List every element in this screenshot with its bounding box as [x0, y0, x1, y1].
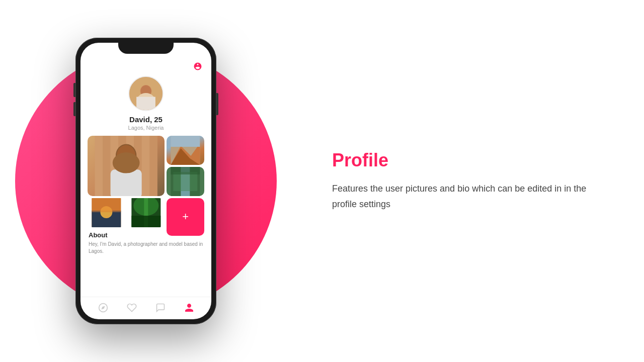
svg-rect-6 — [95, 136, 103, 196]
svg-rect-24 — [174, 172, 198, 191]
nav-chat[interactable] — [155, 302, 166, 313]
svg-rect-12 — [142, 136, 150, 196]
about-title: About — [89, 231, 203, 239]
avatar-image — [129, 76, 163, 111]
user-location: Lagos, Nigeria — [80, 125, 211, 131]
svg-rect-21 — [171, 136, 200, 147]
settings-icon[interactable] — [192, 61, 203, 72]
photo-1-img — [88, 136, 165, 196]
avatar — [128, 76, 164, 111]
profile-avatar-container — [80, 76, 211, 111]
left-section: David, 25 Lagos, Nigeria — [0, 0, 292, 362]
about-text: Hey, I'm David, a photographer and model… — [89, 241, 203, 255]
photo-3-img — [167, 167, 204, 196]
phone-volume-btn-1 — [73, 83, 75, 97]
nav-compass[interactable] — [98, 302, 109, 313]
svg-marker-35 — [101, 306, 105, 309]
phone-screen: David, 25 Lagos, Nigeria — [80, 43, 211, 319]
bottom-navigation — [80, 297, 211, 319]
photo-3 — [167, 167, 204, 196]
svg-point-17 — [113, 152, 140, 173]
photo-4-img — [88, 198, 125, 227]
phone-power-btn — [216, 93, 218, 115]
feature-title: Profile — [332, 150, 604, 171]
svg-rect-13 — [149, 136, 157, 196]
svg-rect-16 — [111, 169, 142, 196]
photo-4 — [88, 198, 125, 227]
photo-1 — [88, 136, 165, 196]
svg-rect-4 — [136, 97, 155, 111]
app-screen: David, 25 Lagos, Nigeria — [80, 43, 211, 319]
svg-rect-7 — [103, 136, 111, 196]
plus-icon: + — [182, 211, 189, 222]
right-section: Profile Features the user pictures and b… — [292, 120, 644, 242]
nav-heart[interactable] — [126, 302, 137, 313]
feature-description: Features the user pictures and bio which… — [332, 181, 594, 212]
phone-notch — [118, 43, 174, 54]
photo-5-img — [127, 198, 165, 227]
svg-rect-25 — [171, 167, 200, 174]
photo-2-img — [167, 136, 204, 165]
user-name: David, 25 — [80, 115, 211, 124]
photo-2 — [167, 136, 204, 165]
nav-profile[interactable] — [184, 302, 195, 313]
phone-frame: David, 25 Lagos, Nigeria — [75, 38, 216, 324]
svg-rect-29 — [92, 198, 121, 212]
phone-mockup: David, 25 Lagos, Nigeria — [75, 38, 216, 324]
screen-header — [80, 57, 211, 74]
grid: + — [88, 136, 204, 227]
svg-rect-33 — [131, 216, 160, 227]
about-section: About Hey, I'm David, a photographer and… — [80, 229, 211, 259]
phone-volume-btn-2 — [73, 102, 75, 116]
photo-grid: + — [80, 131, 211, 229]
photo-5 — [127, 198, 165, 227]
